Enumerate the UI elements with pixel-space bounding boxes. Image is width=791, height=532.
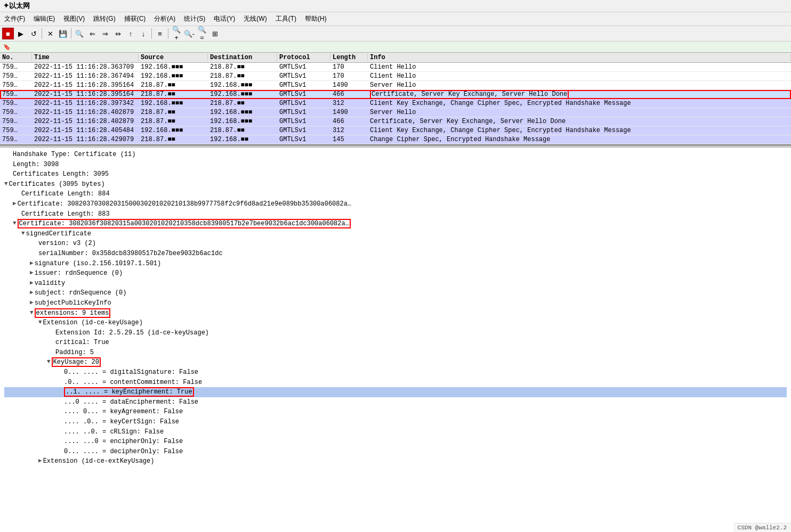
cell-time: 2022-11-15 11:16:28.363709 xyxy=(32,63,139,71)
detail-line-text: Certificate Length: 884 xyxy=(21,189,110,199)
zoom-out-button[interactable]: 🔍- xyxy=(183,28,195,39)
filterbar: 🔖 ip.addr == 218.87.21.50 and tls xyxy=(0,42,791,53)
detail-line-text: Padding: 5 xyxy=(55,348,94,358)
table-row[interactable]: 759…2022-11-15 11:16:28.395164218.87.■■1… xyxy=(0,90,791,99)
cell-no: 759… xyxy=(0,72,32,80)
collapse-icon[interactable] xyxy=(47,357,51,366)
menu-item-v[interactable]: 视图(V) xyxy=(59,13,89,24)
detail-line-text: serialNumber: 0x358dcb83980517b2e7bee903… xyxy=(38,249,223,259)
cell-info: Client Hello xyxy=(368,72,791,80)
expand-icon[interactable] xyxy=(38,456,42,465)
zoom-in-button[interactable]: 🔍+ xyxy=(171,28,182,39)
detail-line: Certificate Length: 883 xyxy=(4,209,787,219)
cell-info: Certificate, Server Key Exchange, Server… xyxy=(368,118,791,125)
sort-button[interactable]: ≡ xyxy=(154,28,166,39)
cell-len: 170 xyxy=(330,63,368,71)
expand-icon[interactable] xyxy=(30,288,34,297)
cell-proto: GMTLSv1 xyxy=(277,81,330,89)
detail-line: .... ...0 = encipherOnly: False xyxy=(4,437,787,447)
table-row[interactable]: 759…2022-11-15 11:16:28.395164218.87.■■1… xyxy=(0,81,791,90)
detail-line-text: ...0 .... = dataEncipherment: False xyxy=(64,397,198,407)
zoom-fit-button[interactable]: ⊞ xyxy=(209,28,221,39)
detail-line: Length: 3098 xyxy=(4,160,787,170)
cell-proto: GMTLSv1 xyxy=(277,127,330,134)
detail-line[interactable]: signature (iso.2.156.10197.1.501) xyxy=(4,259,787,269)
detail-line[interactable]: Certificates (3095 bytes) xyxy=(4,179,787,190)
down-button[interactable]: ↓ xyxy=(138,28,149,39)
collapse-icon[interactable] xyxy=(13,219,17,228)
collapse-icon[interactable] xyxy=(21,229,25,238)
detail-line[interactable]: Extension (id-ce-extKeyUsage) xyxy=(4,456,787,466)
table-row[interactable]: 759…2022-11-15 11:16:28.429079218.87.■■1… xyxy=(0,135,791,144)
detail-line: version: v3 (2) xyxy=(4,239,787,249)
app-logo: ✦以太网 xyxy=(3,1,30,11)
filter-icon: 🔖 xyxy=(3,44,11,51)
detail-line: .0.. .... = contentCommitment: False xyxy=(4,378,787,388)
menu-item-s[interactable]: 统计(S) xyxy=(180,13,209,24)
menu-item-y[interactable]: 电话(Y) xyxy=(209,13,239,24)
expand-icon[interactable] xyxy=(30,298,34,307)
detail-line-text: version: v3 (2) xyxy=(38,239,96,249)
detail-line[interactable]: issuer: rdnSequence (0) xyxy=(4,268,787,279)
detail-line[interactable]: Certificate: 3082036f30820315a0030201020… xyxy=(4,219,787,229)
cell-time: 2022-11-15 11:16:28.395164 xyxy=(32,91,139,98)
table-row[interactable]: 759…2022-11-15 11:16:28.363709192.168.■■… xyxy=(0,63,791,72)
cell-info: Client Key Exchange, Change Cipher Spec,… xyxy=(368,127,791,134)
table-row[interactable]: 759…2022-11-15 11:16:28.405484192.168.■■… xyxy=(0,126,791,135)
detail-line-text: Certificates (3095 bytes) xyxy=(9,179,105,190)
table-row[interactable]: 759…2022-11-15 11:16:28.397342192.168.■■… xyxy=(0,99,791,108)
cell-dst: 192.168.■■■ xyxy=(208,81,277,89)
detail-line[interactable]: Certificate: 308203703082031500030201020… xyxy=(4,199,787,209)
collapse-icon[interactable] xyxy=(4,179,8,189)
expand-icon[interactable] xyxy=(30,279,34,288)
detail-line-text: Length: 3098 xyxy=(13,160,59,170)
detail-line-text: Certificates Length: 3095 xyxy=(13,169,109,179)
collapse-icon[interactable] xyxy=(30,308,34,317)
go-forward-button[interactable]: ⇒ xyxy=(99,28,111,39)
collapse-icon[interactable] xyxy=(38,318,42,327)
menu-item-c[interactable]: 捕获(C) xyxy=(120,13,150,24)
detail-line[interactable]: KeyUsage: 20 xyxy=(4,357,787,367)
cell-time: 2022-11-15 11:16:28.402879 xyxy=(32,118,139,125)
table-row[interactable]: 759…2022-11-15 11:16:28.367494192.168.■■… xyxy=(0,72,791,81)
expand-icon[interactable] xyxy=(13,199,17,208)
detail-line[interactable]: subjectPublicKeyInfo xyxy=(4,298,787,308)
start-button[interactable]: ▶ xyxy=(15,28,27,39)
expand-icon[interactable] xyxy=(30,259,34,268)
menu-item-g[interactable]: 跳转(G) xyxy=(89,13,119,24)
filter-input[interactable]: ip.addr == 218.87.21.50 and tls xyxy=(13,43,788,51)
detail-line[interactable]: subject: rdnSequence (0) xyxy=(4,288,787,298)
menu-item-e[interactable]: 编辑(E) xyxy=(29,13,59,24)
table-row[interactable]: 759…2022-11-15 11:16:28.402879218.87.■■1… xyxy=(0,108,791,117)
table-row[interactable]: 759…2022-11-15 11:16:28.402879218.87.■■1… xyxy=(0,117,791,126)
menu-item-a[interactable]: 分析(A) xyxy=(150,13,180,24)
menu-item-h[interactable]: 帮助(H) xyxy=(301,13,331,24)
search-button[interactable]: 🔍 xyxy=(74,28,85,39)
col-info: Info xyxy=(368,54,791,61)
go-back-button[interactable]: ⇐ xyxy=(86,28,98,39)
expand-icon[interactable] xyxy=(30,268,34,277)
col-time: Time xyxy=(32,54,139,61)
titlebar: ✦以太网 xyxy=(0,0,791,12)
up-button[interactable]: ↑ xyxy=(125,28,136,39)
save-button[interactable]: 💾 xyxy=(57,28,69,39)
detail-line-text: extensions: 9 items xyxy=(35,308,111,318)
menu-item-w[interactable]: 无线(W) xyxy=(239,13,271,24)
close-button[interactable]: ✕ xyxy=(44,28,56,39)
detail-line[interactable]: validity xyxy=(4,279,787,289)
detail-line-text: Extension (id-ce-keyUsage) xyxy=(43,318,143,328)
menu-item-t[interactable]: 工具(T) xyxy=(271,13,301,24)
nav1-button[interactable]: ⇔ xyxy=(112,28,124,39)
detail-line-text: KeyUsage: 20 xyxy=(52,357,101,367)
detail-line[interactable]: signedCertificate xyxy=(4,229,787,239)
cell-time: 2022-11-15 11:16:28.402879 xyxy=(32,109,139,116)
zoom-reset-button[interactable]: 🔍= xyxy=(196,28,208,39)
menu-item-f[interactable]: 文件(F) xyxy=(0,13,29,24)
detail-line[interactable]: extensions: 9 items xyxy=(4,308,787,318)
restart-button[interactable]: ↺ xyxy=(28,28,39,39)
cell-time: 2022-11-15 11:16:28.395164 xyxy=(32,81,139,89)
stop-button[interactable]: ■ xyxy=(2,28,14,39)
detail-lines: Handshake Type: Certificate (11)Length: … xyxy=(4,150,787,466)
detail-line: Certificates Length: 3095 xyxy=(4,169,787,179)
detail-line[interactable]: Extension (id-ce-keyUsage) xyxy=(4,318,787,328)
